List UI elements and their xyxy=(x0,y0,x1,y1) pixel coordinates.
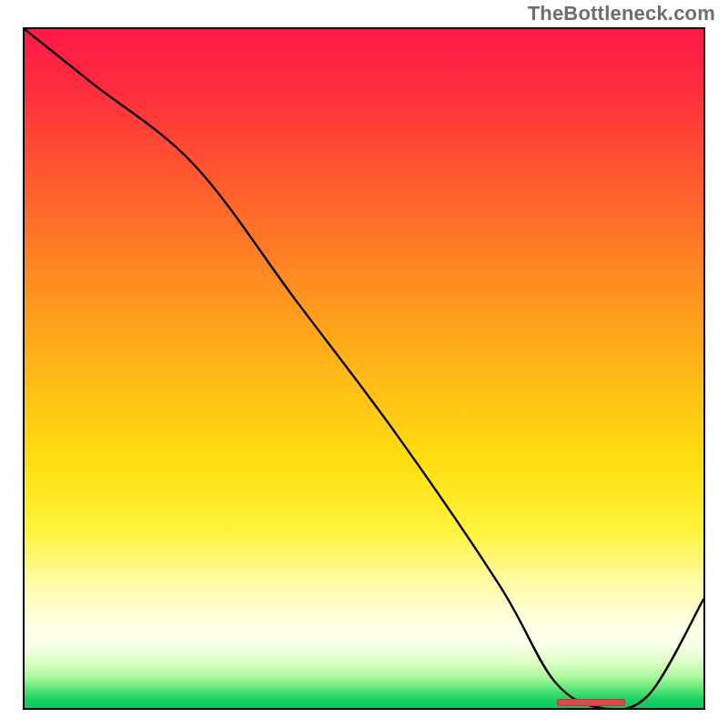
optimal-range-marker xyxy=(557,699,625,706)
watermark-text: TheBottleneck.com xyxy=(528,2,715,25)
chart-stage: TheBottleneck.com xyxy=(0,0,728,728)
bottleneck-curve xyxy=(25,29,703,708)
plot-area xyxy=(23,27,705,710)
